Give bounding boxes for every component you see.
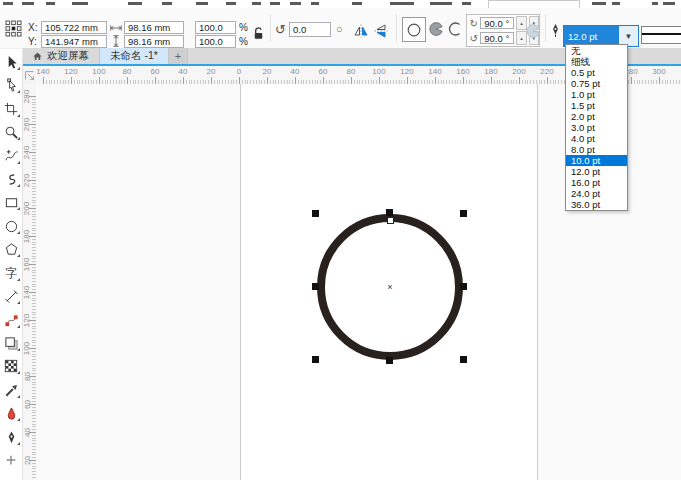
ruler-label: 240	[23, 145, 32, 158]
ruler-label: 140	[29, 66, 57, 76]
tab-document-label: 未命名 -1*	[110, 49, 158, 63]
zoom-tool-icon[interactable]	[2, 123, 20, 141]
ruler-label: 80	[23, 372, 32, 381]
outline-width-value[interactable]: 12.0 pt	[564, 26, 618, 46]
outline-width-option[interactable]: 3.0 pt	[566, 122, 627, 133]
scale-v-field[interactable]	[195, 35, 236, 48]
pie-mode-button[interactable]	[427, 20, 445, 38]
ellipse-tool-icon[interactable]	[2, 217, 20, 235]
ruler-label: 80	[337, 66, 365, 76]
ruler-label: 60	[309, 66, 337, 76]
ruler-label: 100	[85, 66, 113, 76]
artistic-media-tool-icon[interactable]	[2, 170, 20, 188]
mirror-vertical-icon[interactable]	[372, 22, 390, 40]
outline-width-option[interactable]: 细线	[566, 56, 627, 67]
selection-handle-middle-right[interactable]	[460, 283, 467, 290]
outline-style-selector[interactable]	[641, 26, 681, 44]
pick-tool-icon[interactable]	[2, 53, 20, 71]
new-document-tab-button[interactable]: +	[169, 48, 188, 64]
x-label: X:	[28, 22, 37, 33]
add-tools-button[interactable]	[2, 451, 20, 469]
shape-edit-tool-icon[interactable]	[2, 76, 20, 94]
ruler-label: 220	[23, 173, 32, 186]
ruler-label: 160	[449, 66, 477, 76]
outline-width-option[interactable]: 2.0 pt	[566, 111, 627, 122]
lock-ratio-icon[interactable]	[251, 24, 266, 41]
ellipse-node[interactable]	[387, 217, 394, 224]
tab-welcome-screen[interactable]: 欢迎屏幕	[22, 48, 100, 64]
outline-width-dropdown-list: 无 细线 0.5 pt 0.75 pt 1.0 pt 1.5 pt 2.0	[565, 44, 628, 211]
ruler-label: 80	[113, 66, 141, 76]
ruler-label: 220	[533, 66, 561, 76]
ruler-label: 280	[23, 89, 32, 102]
object-width-field[interactable]	[124, 21, 184, 34]
combo-dropdown-arrow-icon[interactable]: ▼	[618, 26, 638, 46]
tab-untitled-document[interactable]: 未命名 -1*	[100, 48, 169, 64]
percent-label-1: %	[239, 22, 248, 33]
selection-handle-top-middle[interactable]	[386, 209, 393, 216]
object-width-icon	[110, 22, 122, 34]
ruler-label: 40	[281, 66, 309, 76]
start-angle-field[interactable]	[480, 17, 514, 29]
end-angle-icon: ↺	[469, 33, 478, 44]
outline-width-option[interactable]: 16.0 pt	[566, 177, 627, 188]
outline-width-option[interactable]: 12.0 pt	[566, 166, 627, 177]
end-angle-field[interactable]	[480, 32, 514, 44]
selection-handle-middle-left[interactable]	[312, 283, 319, 290]
freehand-tool-icon[interactable]	[2, 147, 20, 165]
ruler-label: 20	[23, 456, 32, 465]
polygon-tool-icon[interactable]	[2, 240, 20, 258]
y-label: Y:	[28, 36, 37, 47]
outline-pen-tool-icon[interactable]	[2, 428, 20, 446]
outline-width-option[interactable]: 无	[566, 45, 627, 56]
change-direction-button-disabled	[524, 22, 542, 40]
object-origin-icon[interactable]	[4, 19, 22, 37]
scale-h-field[interactable]	[195, 21, 236, 34]
ruler-label: 40	[23, 428, 32, 437]
selection-handle-bottom-middle[interactable]	[386, 357, 393, 364]
vertical-ruler[interactable]: 28026024022020018016014012010080604020	[22, 84, 37, 480]
ruler-label: 60	[23, 400, 32, 409]
outline-width-option[interactable]: 0.75 pt	[566, 78, 627, 89]
parallel-dimension-tool-icon[interactable]	[2, 287, 20, 305]
object-height-field[interactable]	[124, 35, 184, 48]
vertical-ruler-labels: 28026024022020018016014012010080604020	[22, 82, 32, 474]
outline-width-option[interactable]: 10.0 pt	[566, 155, 627, 166]
text-tool-icon[interactable]: 字	[2, 264, 20, 282]
ruler-label: 200	[505, 66, 533, 76]
ruler-label: 20	[197, 66, 225, 76]
rotation-angle-field[interactable]	[289, 22, 331, 37]
ruler-label: 260	[23, 117, 32, 130]
outline-width-option[interactable]: 1.5 pt	[566, 100, 627, 111]
mirror-horizontal-icon[interactable]	[352, 22, 370, 40]
selection-handle-bottom-right[interactable]	[460, 356, 467, 363]
arc-mode-button[interactable]	[446, 20, 464, 38]
toolbox: 字	[0, 48, 23, 480]
home-icon	[32, 51, 43, 62]
outline-width-option[interactable]: 0.5 pt	[566, 67, 627, 78]
rectangle-tool-icon[interactable]	[2, 193, 20, 211]
color-eyedropper-tool-icon[interactable]	[2, 381, 20, 399]
ruler-label: 40	[169, 66, 197, 76]
ellipse-mode-button[interactable]	[402, 17, 426, 42]
outline-width-option[interactable]: 36.0 pt	[566, 199, 627, 210]
x-position-field[interactable]	[41, 21, 107, 34]
selection-handle-top-left[interactable]	[312, 210, 319, 217]
ruler-label: 180	[23, 229, 32, 242]
pattern-fill-tool-icon[interactable]	[2, 357, 20, 375]
y-position-field[interactable]	[41, 35, 107, 48]
ruler-label: 140	[421, 66, 449, 76]
ruler-label: 200	[23, 201, 32, 214]
connector-tool-icon[interactable]	[2, 311, 20, 329]
selection-handle-top-right[interactable]	[460, 210, 467, 217]
property-bar: X: Y: % % ↺ ○	[0, 8, 681, 48]
crop-tool-icon[interactable]	[2, 100, 20, 118]
outline-width-option[interactable]: 8.0 pt	[566, 144, 627, 155]
drop-shadow-tool-icon[interactable]	[2, 334, 20, 352]
selection-handle-bottom-left[interactable]	[312, 356, 319, 363]
outline-pen-icon	[548, 20, 562, 40]
outline-width-option[interactable]: 1.0 pt	[566, 89, 627, 100]
outline-width-option[interactable]: 4.0 pt	[566, 133, 627, 144]
interactive-fill-tool-icon[interactable]	[2, 404, 20, 422]
outline-width-option[interactable]: 24.0 pt	[566, 188, 627, 199]
